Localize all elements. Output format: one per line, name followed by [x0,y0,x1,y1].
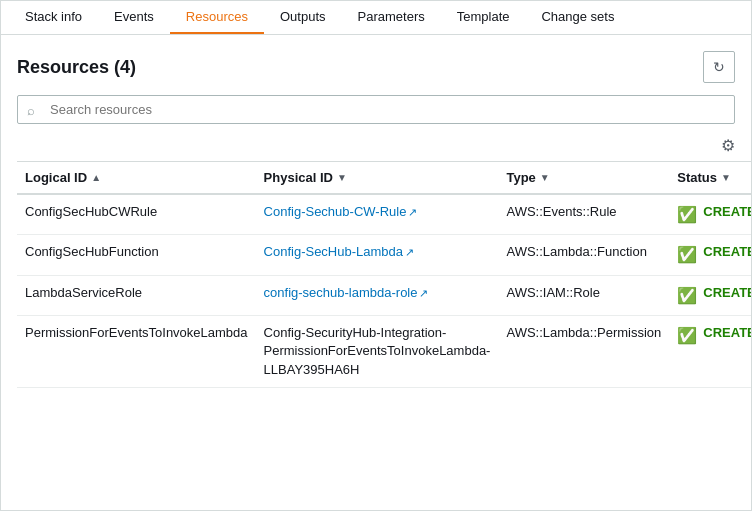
cell-status: ✅CREATE_COMPLETE [669,275,752,315]
col-header-type[interactable]: Type ▼ [498,162,669,195]
refresh-button[interactable]: ↻ [703,51,735,83]
cell-logical-id: ConfigSecHubCWRule [17,194,256,235]
cell-type: AWS::Lambda::Permission [498,316,669,388]
cell-type: AWS::Events::Rule [498,194,669,235]
search-bar: ⌕ [17,95,735,124]
table-row: ConfigSecHubCWRuleConfig-Sechub-CW-Rule↗… [17,194,752,235]
cell-physical-id: config-sechub-lambda-role↗ [256,275,499,315]
sort-icon-logical: ▲ [91,172,101,183]
status-check-icon: ✅ [677,285,697,307]
tab-template[interactable]: Template [441,1,526,34]
table-header-row: Logical ID ▲ Physical ID ▼ Type ▼ [17,162,752,195]
cell-logical-id: LambdaServiceRole [17,275,256,315]
status-label: CREATE_COMPLETE [703,284,752,302]
tab-stack-info[interactable]: Stack info [9,1,98,34]
physical-id-link[interactable]: config-sechub-lambda-role↗ [264,285,429,300]
sort-icon-type: ▼ [540,172,550,183]
cell-status: ✅CREATE_COMPLETE [669,194,752,235]
cell-physical-id: Config-SecHub-Lambda↗ [256,235,499,275]
search-input[interactable] [17,95,735,124]
table-row: LambdaServiceRoleconfig-sechub-lambda-ro… [17,275,752,315]
settings-row: ⚙ [17,136,735,155]
tab-bar: Stack info Events Resources Outputs Para… [1,1,751,35]
external-link-icon: ↗ [408,206,417,218]
external-link-icon: ↗ [419,287,428,299]
cell-logical-id: PermissionForEventsToInvokeLambda [17,316,256,388]
cell-logical-id: ConfigSecHubFunction [17,235,256,275]
tab-parameters[interactable]: Parameters [342,1,441,34]
physical-id-link[interactable]: Config-SecHub-Lambda↗ [264,244,414,259]
search-icon: ⌕ [27,102,35,117]
tab-change-sets[interactable]: Change sets [525,1,630,34]
section-title: Resources (4) [17,57,136,78]
cell-status: ✅CREATE_COMPLETE [669,316,752,388]
col-header-logical-id[interactable]: Logical ID ▲ [17,162,256,195]
settings-icon[interactable]: ⚙ [721,136,735,155]
status-check-icon: ✅ [677,325,697,347]
main-content: Resources (4) ↻ ⌕ ⚙ Logical ID ▲ Physica… [1,35,751,388]
cell-type: AWS::IAM::Role [498,275,669,315]
col-header-status[interactable]: Status ▼ [669,162,752,195]
cell-type: AWS::Lambda::Function [498,235,669,275]
physical-id-link[interactable]: Config-Sechub-CW-Rule↗ [264,204,418,219]
tab-resources[interactable]: Resources [170,1,264,34]
status-label: CREATE_COMPLETE [703,243,752,261]
tab-outputs[interactable]: Outputs [264,1,342,34]
table-row: ConfigSecHubFunctionConfig-SecHub-Lambda… [17,235,752,275]
table-row: PermissionForEventsToInvokeLambdaConfig-… [17,316,752,388]
sort-icon-status: ▼ [721,172,731,183]
cell-status: ✅CREATE_COMPLETE [669,235,752,275]
sort-icon-physical: ▼ [337,172,347,183]
cell-physical-id: Config-SecurityHub-Integration-Permissio… [256,316,499,388]
status-label: CREATE_COMPLETE [703,324,752,342]
status-check-icon: ✅ [677,244,697,266]
section-header: Resources (4) ↻ [17,51,735,83]
tab-events[interactable]: Events [98,1,170,34]
col-header-physical-id[interactable]: Physical ID ▼ [256,162,499,195]
status-check-icon: ✅ [677,204,697,226]
external-link-icon: ↗ [405,246,414,258]
status-label: CREATE_COMPLETE [703,203,752,221]
resources-table: Logical ID ▲ Physical ID ▼ Type ▼ [17,161,752,388]
cell-physical-id: Config-Sechub-CW-Rule↗ [256,194,499,235]
